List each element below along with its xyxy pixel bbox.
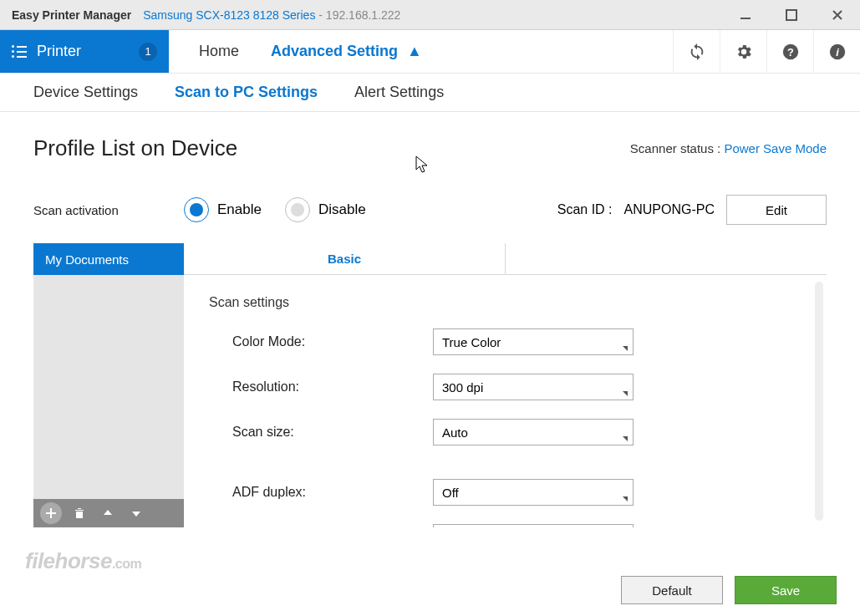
delete-profile-button[interactable] [69,502,90,524]
subtab-alert-settings[interactable]: Alert Settings [354,84,444,101]
toolbar-icons: ? i [673,30,860,73]
panel-tab-basic[interactable]: Basic [184,243,506,274]
svg-text:i: i [836,45,839,58]
printer-menu-button[interactable]: Printer 1 [0,30,169,73]
subtab-device-settings[interactable]: Device Settings [33,84,138,101]
profile-sidebar: My Documents [33,243,184,527]
maximize-button[interactable] [768,0,814,30]
list-icon [12,45,27,58]
printer-label: Printer [37,43,81,60]
svg-rect-0 [740,18,751,19]
tab-home[interactable]: Home [199,43,239,60]
radio-icon [285,197,310,222]
window-controls [722,0,860,30]
content: Profile List on Device Scanner status : … [0,112,860,527]
original-type-select[interactable]: Text / Photo [433,524,634,527]
scan-size-select[interactable]: Auto [433,419,634,445]
subtabs: Device Settings Scan to PC Settings Aler… [0,74,860,112]
move-up-button[interactable] [97,502,119,524]
resolution-label: Resolution: [232,379,433,395]
caret-up-icon: ▲ [403,43,422,60]
page-title: Profile List on Device [33,135,237,161]
scanner-status-link[interactable]: Power Save Mode [724,141,827,155]
move-down-button[interactable] [125,502,147,524]
dropdown-icon [623,346,628,351]
save-button[interactable]: Save [735,576,837,604]
footer-buttons: Default Save [621,576,837,604]
titlebar: Easy Printer Manager Samsung SCX-8123 81… [0,0,860,30]
default-button[interactable]: Default [621,576,723,604]
dropdown-icon [623,391,628,396]
radio-disable[interactable]: Disable [285,197,366,222]
scan-id-value: ANUPONG-PC [624,202,715,217]
info-icon[interactable]: i [813,30,860,74]
profile-tools [33,499,184,527]
printer-count-badge: 1 [139,43,157,61]
radio-enable[interactable]: Enable [184,197,262,222]
adf-duplex-select[interactable]: Off [433,479,634,506]
color-mode-label: Color Mode: [232,334,433,349]
resolution-select[interactable]: 300 dpi [433,374,634,400]
gear-icon[interactable] [720,30,766,74]
svg-rect-1 [786,10,796,20]
profile-area: My Documents Basic Scan settings Color M… [33,243,827,527]
tab-advanced-setting[interactable]: Advanced Setting ▲ [271,43,422,60]
edit-button[interactable]: Edit [726,195,827,225]
scanner-status: Scanner status : Power Save Mode [630,141,827,155]
color-mode-select[interactable]: True Color [433,328,634,355]
device-name: Samsung SCX-8123 8128 Series [143,8,315,22]
adf-duplex-label: ADF duplex: [232,485,433,500]
refresh-icon[interactable] [673,30,720,74]
watermark: filehorse.com [25,548,141,574]
device-ip: - 192.168.1.222 [315,8,400,22]
add-profile-button[interactable] [40,502,62,524]
nav-tabs: Home Advanced Setting ▲ [169,30,422,73]
scan-size-label: Scan size: [232,425,433,440]
dropdown-icon [623,436,628,441]
settings-panel: Basic Scan settings Color Mode: True Col… [184,243,827,527]
scrollbar[interactable] [815,282,823,521]
minimize-button[interactable] [722,0,768,30]
scan-activation-radio-group: Enable Disable [184,197,366,222]
svg-text:?: ? [787,45,794,58]
profile-item-my-documents[interactable]: My Documents [33,243,184,275]
toolbar: Printer 1 Home Advanced Setting ▲ ? i [0,30,860,74]
dropdown-icon [623,496,628,501]
radio-icon [184,197,209,222]
scan-id-label: Scan ID : [557,202,613,217]
close-button[interactable] [814,0,860,30]
scan-activation-label: Scan activation [33,203,184,217]
app-name: Easy Printer Manager [0,8,143,22]
scan-settings-heading: Scan settings [209,295,827,310]
subtab-scan-to-pc[interactable]: Scan to PC Settings [175,84,318,101]
profile-list-empty [33,275,184,499]
help-icon[interactable]: ? [766,30,813,74]
